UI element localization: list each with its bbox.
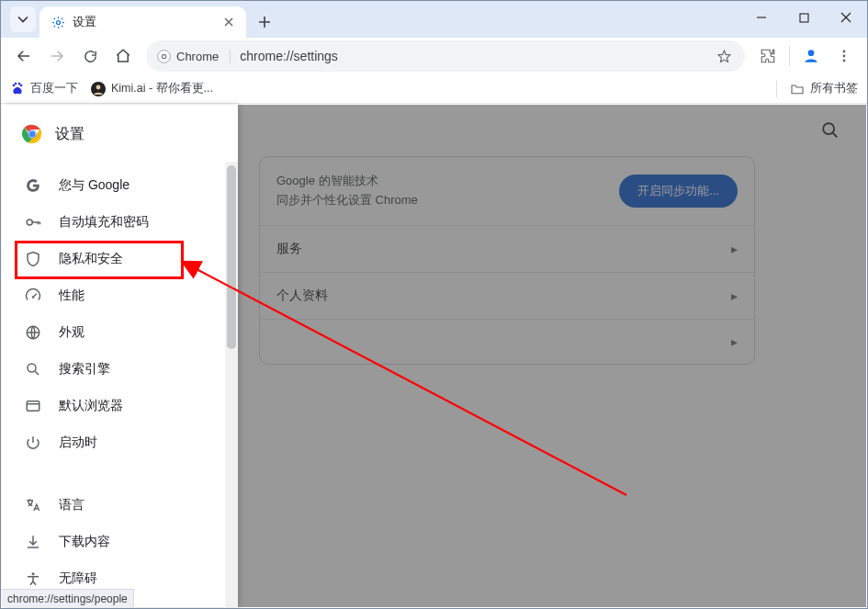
plus-icon — [258, 16, 271, 28]
svg-point-17 — [32, 296, 34, 298]
chevron-down-icon — [17, 14, 28, 25]
drawer-title: 设置 — [55, 125, 85, 144]
sidebar-item-performance[interactable]: 性能 — [2, 277, 238, 314]
divider — [776, 81, 777, 97]
sidebar-item-label: 默认浏览器 — [59, 398, 123, 414]
svg-rect-1 — [800, 14, 808, 22]
sidebar-item-autofill[interactable]: 自动填充和密码 — [2, 204, 238, 241]
svg-point-4 — [163, 54, 165, 57]
site-chip-label: Chrome — [176, 50, 219, 63]
bookmark-item-baidu[interactable]: 百度一下 — [10, 81, 78, 96]
svg-point-21 — [32, 572, 35, 575]
bookmarks-bar: 百度一下 Kimi.ai - 帮你看更... 所有书签 — [1, 74, 867, 104]
all-bookmarks-button[interactable]: 所有书签 — [790, 81, 858, 96]
sidebar-item-on-startup[interactable]: 启动时 — [2, 424, 238, 461]
chrome-icon — [157, 50, 171, 63]
sidebar-item-default-browser[interactable]: 默认浏览器 — [2, 388, 238, 424]
drawer-list: 您与 Google 自动填充和密码 隐私和安全 性能 外观 搜索引擎 — [2, 164, 238, 603]
scrollbar-thumb[interactable] — [227, 165, 236, 349]
search-icon — [24, 360, 42, 378]
svg-point-10 — [96, 85, 101, 89]
minimize-icon — [756, 12, 767, 23]
google-g-icon — [24, 176, 42, 195]
sidebar-item-downloads[interactable]: 下载内容 — [2, 524, 238, 560]
sidebar-item-appearance[interactable]: 外观 — [2, 314, 238, 351]
sidebar-item-label: 您与 Google — [59, 177, 130, 194]
sidebar-item-label: 语言 — [59, 497, 85, 513]
toolbar: Chrome chrome://settings — [1, 38, 867, 74]
browser-tab[interactable]: 设置 — [39, 6, 246, 38]
profile-button[interactable] — [795, 40, 827, 72]
shield-icon — [24, 250, 42, 268]
gear-icon — [51, 15, 65, 29]
folder-icon — [790, 82, 805, 96]
profile-icon — [802, 47, 820, 65]
puzzle-icon — [760, 48, 776, 64]
avatar-icon — [91, 82, 106, 96]
sidebar-item-label: 外观 — [59, 324, 85, 341]
all-bookmarks-label: 所有书签 — [810, 81, 858, 96]
sidebar-item-label: 搜索引擎 — [59, 361, 110, 378]
arrow-right-icon — [49, 48, 65, 64]
tab-search-button[interactable] — [10, 6, 36, 32]
reload-icon — [83, 49, 98, 64]
svg-point-6 — [843, 51, 846, 53]
download-icon — [24, 533, 42, 551]
reload-button[interactable] — [74, 40, 106, 72]
bookmark-label: 百度一下 — [30, 81, 78, 96]
home-button[interactable] — [107, 40, 139, 72]
accessibility-icon — [24, 570, 42, 588]
svg-point-5 — [808, 50, 815, 56]
power-icon — [24, 434, 42, 452]
extensions-button[interactable] — [752, 40, 783, 72]
site-chip[interactable]: Chrome — [157, 50, 231, 63]
svg-point-16 — [27, 220, 32, 225]
sidebar-item-language[interactable]: 语言 — [2, 487, 238, 524]
kebab-icon — [837, 49, 851, 63]
titlebar: 设置 — [1, 1, 867, 38]
back-button[interactable] — [8, 40, 39, 72]
settings-drawer: 设置 您与 Google 自动填充和密码 隐私和安全 性能 外观 — [2, 105, 238, 607]
divider — [789, 46, 790, 66]
sidebar-item-label: 自动填充和密码 — [59, 214, 149, 231]
content-area: Google 的智能技术 同步并个性化设置 Chrome 开启同步功能... 服… — [2, 105, 866, 607]
arrow-left-icon — [16, 48, 32, 64]
globe-icon — [24, 323, 42, 342]
window-close-button[interactable] — [825, 1, 867, 34]
translate-icon — [24, 496, 42, 514]
sidebar-item-label: 启动时 — [59, 434, 97, 451]
sidebar-item-you-and-google[interactable]: 您与 Google — [2, 167, 238, 204]
tab-title: 设置 — [73, 15, 213, 30]
url-text: chrome://settings — [240, 49, 703, 63]
sidebar-item-privacy[interactable]: 隐私和安全 — [2, 241, 238, 277]
omnibox[interactable]: Chrome chrome://settings — [146, 40, 745, 72]
paw-icon — [10, 82, 25, 96]
key-icon — [24, 213, 42, 231]
sidebar-item-label: 无障碍 — [59, 570, 97, 587]
sidebar-item-label: 性能 — [59, 288, 85, 304]
tab-close-button[interactable] — [220, 14, 237, 30]
drawer-header: 设置 — [2, 105, 238, 164]
svg-rect-20 — [27, 401, 39, 412]
forward-button[interactable] — [41, 40, 73, 72]
bookmark-label: Kimi.ai - 帮你看更... — [111, 81, 213, 96]
svg-point-0 — [56, 20, 60, 24]
gauge-icon — [24, 287, 42, 305]
svg-point-8 — [843, 60, 846, 62]
window-controls — [740, 1, 867, 38]
window-minimize-button[interactable] — [740, 1, 783, 34]
status-bar: chrome://settings/people — [2, 589, 134, 607]
sidebar-item-label: 下载内容 — [59, 534, 110, 550]
status-url: chrome://settings/people — [7, 592, 128, 605]
drawer-scrollbar[interactable] — [225, 162, 238, 607]
sidebar-item-label: 隐私和安全 — [59, 251, 123, 267]
close-icon — [840, 12, 851, 23]
new-tab-button[interactable] — [252, 9, 277, 35]
bookmark-star-button[interactable] — [712, 44, 736, 68]
star-icon — [716, 49, 732, 64]
menu-button[interactable] — [829, 40, 860, 72]
sidebar-item-search-engine[interactable]: 搜索引擎 — [2, 351, 238, 388]
window-maximize-button[interactable] — [783, 1, 825, 34]
maximize-icon — [799, 13, 809, 23]
bookmark-item-kimi[interactable]: Kimi.ai - 帮你看更... — [91, 81, 213, 96]
